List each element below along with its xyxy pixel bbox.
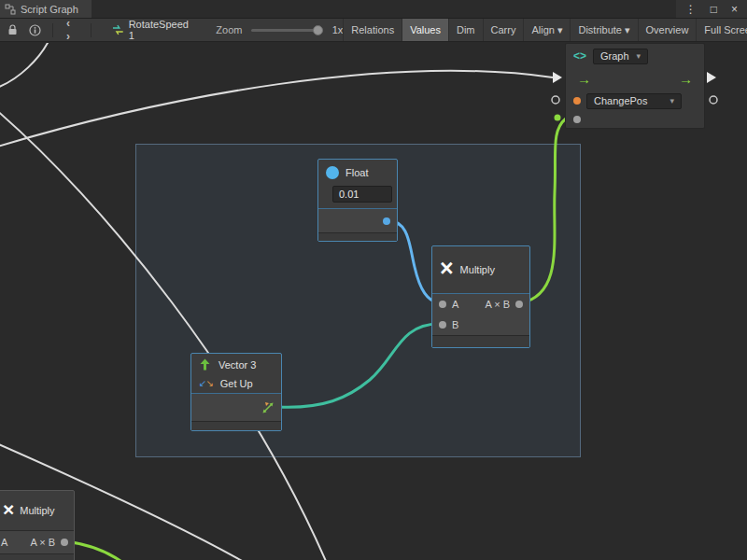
node-multiply2-footer bbox=[0, 553, 74, 560]
vector-output-port-icon[interactable] bbox=[261, 400, 275, 414]
node-float-ports bbox=[318, 208, 397, 232]
node-vector-title: Vector 3 bbox=[218, 359, 256, 371]
toolbar-button-distribute[interactable]: Distribute ▾ bbox=[570, 19, 637, 41]
tab-script-graph[interactable]: Script Graph bbox=[0, 0, 92, 18]
multiply-output-port[interactable] bbox=[515, 301, 523, 308]
node-vector-subheader: ↙↘ Get Up bbox=[191, 373, 281, 393]
node-float-title: Float bbox=[345, 167, 368, 178]
window-title: Script Graph bbox=[21, 4, 78, 15]
node-multiply2-ports: A A × B bbox=[0, 530, 74, 553]
toolbar-button-align[interactable]: Align ▾ bbox=[523, 19, 570, 41]
event-extra-port[interactable] bbox=[573, 116, 581, 123]
changepos-input-port[interactable] bbox=[573, 97, 581, 105]
wire-endpoint-dot bbox=[555, 115, 561, 121]
node-multiply-header: × Multiply bbox=[432, 246, 529, 293]
wire-multiply2-out bbox=[65, 541, 129, 560]
toolbar-separator bbox=[52, 23, 53, 37]
float-type-icon bbox=[326, 166, 339, 179]
event-flow-row: → → bbox=[566, 66, 704, 91]
node-multiply-footer bbox=[432, 335, 529, 347]
maximize-icon[interactable]: □ bbox=[711, 4, 717, 15]
multiply2-input-a-label: A bbox=[1, 537, 7, 548]
float-value-input[interactable]: 0.01 bbox=[332, 186, 392, 203]
node-event-changepos[interactable]: <> Graph ▾ → → ChangePos ▾ bbox=[565, 43, 705, 129]
code-icon[interactable]: ‹ › bbox=[66, 19, 79, 42]
toolbar-button-fullscreen[interactable]: Full Screen bbox=[696, 19, 747, 41]
window-menu-icon[interactable]: ⋮ bbox=[685, 4, 697, 15]
multiply-input-b-port[interactable] bbox=[439, 321, 446, 329]
script-graph-icon bbox=[5, 4, 16, 15]
flow-arrowhead-left bbox=[553, 72, 562, 83]
titlebar-spacer bbox=[92, 0, 676, 18]
close-icon[interactable]: × bbox=[731, 4, 738, 15]
node-vector-ports bbox=[191, 393, 281, 421]
port-circle-right[interactable] bbox=[710, 96, 717, 104]
zoom-slider[interactable] bbox=[251, 29, 322, 32]
window-titlebar: Script Graph ⋮ □ × bbox=[0, 0, 747, 19]
lock-icon[interactable] bbox=[7, 24, 18, 35]
chevron-down-icon: ▾ bbox=[637, 50, 641, 63]
node-float-header: Float bbox=[318, 160, 397, 186]
toolbar-button-values[interactable]: Values bbox=[402, 19, 448, 41]
event-target-row: ChangePos ▾ bbox=[566, 91, 704, 111]
flow-arrowhead-right bbox=[707, 72, 716, 83]
toolbar-button-overview[interactable]: Overview bbox=[638, 19, 697, 41]
graph-dropdown-label: Graph bbox=[600, 50, 629, 63]
port-row-a: A A × B bbox=[432, 294, 529, 315]
multiply2-output-label: A × B bbox=[30, 537, 55, 548]
multiply-output-label: A × B bbox=[485, 299, 510, 310]
node-multiply-ports: A A × B B bbox=[432, 293, 529, 335]
node-float[interactable]: Float 0.01 bbox=[317, 159, 398, 242]
port-row-a: A A × B bbox=[0, 531, 74, 553]
getup-arrows-icon: ↙↘ bbox=[199, 379, 213, 388]
port-circle-left[interactable] bbox=[552, 96, 559, 104]
multiply2-output-port[interactable] bbox=[61, 539, 68, 546]
zoom-value: 1x bbox=[332, 24, 344, 35]
node-vector-getup[interactable]: Vector 3 ↙↘ Get Up bbox=[190, 353, 282, 431]
info-icon[interactable] bbox=[29, 24, 41, 36]
toolbar-button-dim[interactable]: Dim bbox=[448, 19, 483, 41]
wire-flow-to-event bbox=[0, 71, 553, 147]
script-graph-window: Script Graph ⋮ □ × ‹ › bbox=[0, 0, 747, 560]
visual-script-icon: <> bbox=[573, 49, 586, 63]
graph-dropdown[interactable]: Graph ▾ bbox=[593, 49, 648, 64]
flow-input-port[interactable]: → bbox=[577, 72, 591, 86]
multiply-input-a-label: A bbox=[452, 299, 458, 310]
event-extra-port-row bbox=[566, 111, 704, 128]
toolbar-button-carry[interactable]: Carry bbox=[483, 19, 524, 41]
graph-canvas[interactable]: Float 0.01 × Multiply A A × B bbox=[0, 43, 747, 560]
multiply-input-b-label: B bbox=[452, 319, 458, 330]
zoom-label: Zoom bbox=[216, 24, 242, 35]
wire-getup-to-multiply-b bbox=[278, 324, 439, 407]
zoom-slider-handle[interactable] bbox=[313, 25, 323, 35]
graph-asset-breadcrumb[interactable]: RotateSpeed 1 bbox=[112, 19, 195, 41]
float-output-port[interactable] bbox=[383, 217, 390, 225]
node-float-footer bbox=[318, 232, 397, 241]
graph-name: RotateSpeed 1 bbox=[129, 19, 196, 41]
node-vector-header: Vector 3 bbox=[191, 354, 281, 373]
port-row-b: B bbox=[432, 315, 529, 335]
node-multiply2-title: Multiply bbox=[20, 505, 54, 516]
multiply-input-a-port[interactable] bbox=[439, 301, 446, 308]
event-node-header: <> Graph ▾ bbox=[566, 44, 704, 66]
multiply-icon: × bbox=[440, 257, 454, 280]
changepos-dropdown-label: ChangePos bbox=[594, 95, 648, 107]
graph-toolbar: ‹ › RotateSpeed 1 Zoom 1x Relations Valu… bbox=[0, 19, 747, 42]
toolbar-button-relations[interactable]: Relations bbox=[343, 19, 402, 41]
node-vector-subtitle: Get Up bbox=[220, 378, 253, 389]
toolbar-button-group: Relations Values Dim Carry Align ▾ Distr… bbox=[343, 19, 747, 41]
node-multiply-title: Multiply bbox=[460, 264, 495, 275]
wire-flow-corner bbox=[0, 43, 50, 89]
multiply-icon: × bbox=[3, 499, 14, 519]
script-graph-asset-icon bbox=[112, 24, 124, 35]
node-vector-footer bbox=[191, 421, 281, 430]
toolbar-separator bbox=[91, 23, 92, 37]
flow-output-port[interactable]: → bbox=[679, 72, 693, 86]
node-multiply[interactable]: × Multiply A A × B B bbox=[431, 245, 530, 348]
node-multiply-partial[interactable]: × Multiply A A × B bbox=[0, 490, 75, 560]
changepos-dropdown[interactable]: ChangePos ▾ bbox=[586, 93, 682, 109]
node-multiply2-header: × Multiply bbox=[0, 491, 74, 530]
chevron-down-icon: ▾ bbox=[669, 95, 674, 107]
vector-up-icon bbox=[199, 358, 211, 371]
